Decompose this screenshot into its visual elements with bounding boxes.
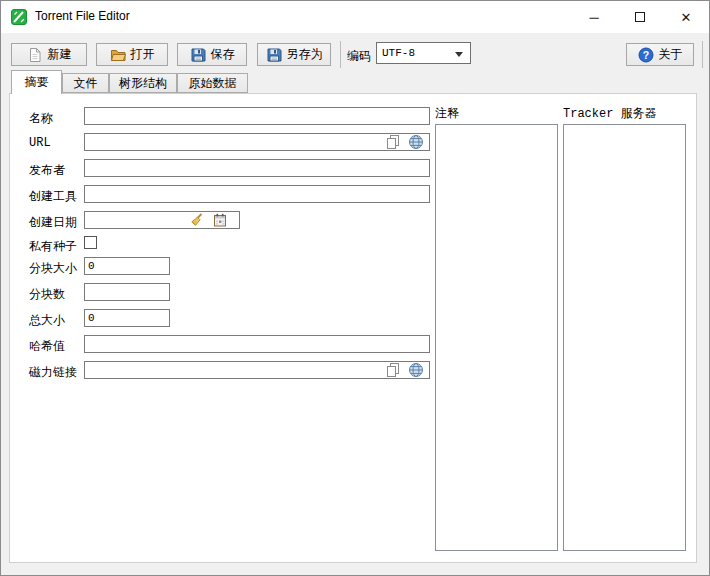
encoding-value: UTF-8 (382, 47, 415, 59)
save-as-floppy-icon (266, 47, 282, 63)
help-icon: ? (638, 47, 654, 63)
save-as-button[interactable]: 另存为 (257, 43, 331, 66)
tab-label: 原始数据 (189, 75, 237, 92)
name-input[interactable] (84, 107, 430, 125)
copy-icon[interactable] (385, 134, 401, 150)
private-torrent-label: 私有种子 (29, 238, 77, 255)
close-button[interactable]: ✕ (663, 1, 709, 33)
piece-count-input[interactable] (84, 283, 170, 301)
minimize-icon: ─ (589, 10, 598, 25)
created-by-label: 创建工具 (29, 188, 77, 205)
publisher-input[interactable] (84, 159, 430, 177)
tab-raw-data[interactable]: 原始数据 (177, 73, 248, 93)
svg-text:?: ? (642, 48, 648, 60)
app-window: Torrent File Editor ─ ✕ 新建 打开 保存 (0, 0, 710, 576)
tab-tree[interactable]: 树形结构 (109, 73, 177, 93)
about-button-label: 关于 (659, 46, 683, 63)
tab-files[interactable]: 文件 (62, 73, 109, 93)
save-button[interactable]: 保存 (177, 43, 247, 66)
tab-label: 摘要 (25, 74, 49, 91)
save-as-button-label: 另存为 (287, 46, 323, 63)
new-button-label: 新建 (48, 46, 72, 63)
total-size-label: 总大小 (29, 312, 65, 329)
summary-panel: 名称 URL 发布者 创建工具 创建日期 (9, 93, 697, 563)
open-button[interactable]: 打开 (96, 43, 168, 66)
encoding-label: 编码 (347, 48, 371, 65)
save-button-label: 保存 (211, 46, 235, 63)
maximize-icon (635, 12, 645, 22)
total-size-input[interactable] (84, 309, 170, 327)
copy-icon[interactable] (385, 362, 401, 378)
close-icon: ✕ (681, 10, 692, 25)
encoding-select[interactable]: UTF-8 (376, 42, 471, 64)
chevron-down-icon (455, 52, 463, 57)
piece-count-label: 分块数 (29, 286, 65, 303)
tab-label: 树形结构 (119, 75, 167, 92)
tracker-servers-label: Tracker 服务器 (563, 105, 657, 122)
piece-size-input[interactable] (84, 257, 170, 275)
magnet-link-input[interactable] (84, 361, 430, 379)
minimize-button[interactable]: ─ (571, 1, 617, 33)
open-magnet-globe-icon[interactable] (408, 362, 424, 378)
open-button-label: 打开 (131, 46, 155, 63)
url-input[interactable] (84, 133, 430, 151)
magnet-link-label: 磁力链接 (29, 364, 77, 381)
name-label: 名称 (29, 110, 53, 127)
toolbar-separator (702, 41, 703, 68)
new-document-icon (27, 47, 43, 63)
new-button[interactable]: 新建 (11, 43, 87, 66)
piece-size-label: 分块大小 (29, 260, 77, 277)
comment-label: 注释 (435, 105, 459, 122)
maximize-button[interactable] (617, 1, 663, 33)
creation-date-label: 创建日期 (29, 214, 77, 231)
open-url-globe-icon[interactable] (408, 134, 424, 150)
toolbar-separator (340, 41, 341, 68)
hash-input[interactable] (84, 335, 430, 353)
calendar-icon[interactable] (212, 212, 228, 228)
tab-label: 文件 (74, 75, 98, 92)
created-by-input[interactable] (84, 185, 430, 203)
comment-list[interactable] (435, 124, 558, 551)
app-icon (11, 9, 27, 25)
open-folder-icon (110, 47, 126, 63)
save-floppy-icon (190, 47, 206, 63)
private-torrent-checkbox[interactable] (84, 236, 97, 249)
tracker-servers-list[interactable] (563, 124, 686, 551)
clear-broom-icon[interactable] (188, 212, 204, 228)
publisher-label: 发布者 (29, 162, 65, 179)
tab-summary[interactable]: 摘要 (11, 70, 62, 94)
title-bar: Torrent File Editor ─ ✕ (1, 1, 709, 33)
hash-label: 哈希值 (29, 338, 65, 355)
window-title: Torrent File Editor (35, 9, 130, 23)
about-button[interactable]: ? 关于 (626, 43, 694, 66)
url-label: URL (29, 136, 51, 150)
